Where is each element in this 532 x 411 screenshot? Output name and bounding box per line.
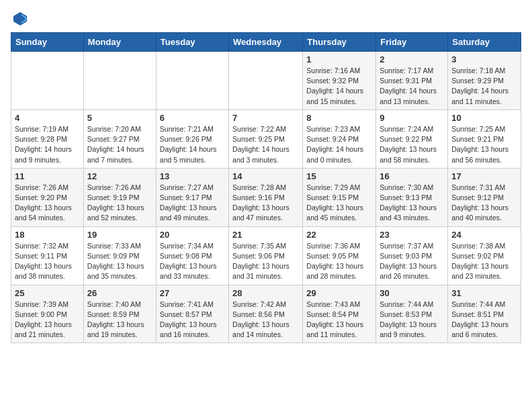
calendar-cell: 22Sunrise: 7:36 AM Sunset: 9:05 PM Dayli…: [303, 226, 376, 285]
day-info: Sunrise: 7:18 AM Sunset: 9:29 PM Dayligh…: [451, 66, 517, 107]
day-info: Sunrise: 7:40 AM Sunset: 8:59 PM Dayligh…: [87, 300, 152, 340]
day-info: Sunrise: 7:19 AM Sunset: 9:28 PM Dayligh…: [15, 124, 80, 165]
day-info: Sunrise: 7:27 AM Sunset: 9:17 PM Dayligh…: [160, 183, 225, 224]
day-info: Sunrise: 7:39 AM Sunset: 9:00 PM Dayligh…: [15, 300, 80, 340]
day-info: Sunrise: 7:24 AM Sunset: 9:22 PM Dayligh…: [380, 124, 444, 165]
day-number: 31: [451, 288, 517, 298]
calendar-cell: 16Sunrise: 7:30 AM Sunset: 9:13 PM Dayli…: [376, 168, 448, 226]
logo-icon: [12, 11, 28, 27]
day-info: Sunrise: 7:16 AM Sunset: 9:32 PM Dayligh…: [306, 66, 372, 107]
logo: [11, 11, 28, 27]
day-number: 11: [15, 171, 80, 181]
calendar-cell: 20Sunrise: 7:34 AM Sunset: 9:08 PM Dayli…: [156, 226, 228, 285]
day-number: 23: [380, 230, 444, 240]
calendar-cell: 19Sunrise: 7:33 AM Sunset: 9:09 PM Dayli…: [83, 226, 156, 285]
day-info: Sunrise: 7:26 AM Sunset: 9:20 PM Dayligh…: [15, 183, 80, 224]
day-number: 6: [160, 113, 225, 123]
calendar-cell: 4Sunrise: 7:19 AM Sunset: 9:28 PM Daylig…: [11, 109, 84, 168]
week-row-3: 18Sunrise: 7:32 AM Sunset: 9:11 PM Dayli…: [11, 226, 521, 285]
calendar-cell: 25Sunrise: 7:39 AM Sunset: 9:00 PM Dayli…: [11, 285, 84, 343]
day-info: Sunrise: 7:38 AM Sunset: 9:02 PM Dayligh…: [451, 241, 517, 282]
day-number: 7: [232, 113, 299, 123]
day-number: 25: [15, 288, 80, 298]
page-header: [11, 11, 521, 27]
calendar-cell: 11Sunrise: 7:26 AM Sunset: 9:20 PM Dayli…: [11, 168, 84, 226]
calendar-cell: 3Sunrise: 7:18 AM Sunset: 9:29 PM Daylig…: [448, 52, 521, 110]
day-info: Sunrise: 7:33 AM Sunset: 9:09 PM Dayligh…: [87, 241, 152, 282]
calendar-cell: 24Sunrise: 7:38 AM Sunset: 9:02 PM Dayli…: [448, 226, 521, 285]
calendar-cell: 29Sunrise: 7:43 AM Sunset: 8:54 PM Dayli…: [303, 285, 376, 343]
day-info: Sunrise: 7:32 AM Sunset: 9:11 PM Dayligh…: [15, 241, 80, 282]
calendar-cell: 10Sunrise: 7:25 AM Sunset: 9:21 PM Dayli…: [448, 109, 521, 168]
day-number: 5: [87, 113, 152, 123]
day-number: 15: [306, 171, 372, 181]
calendar-cell: 1Sunrise: 7:16 AM Sunset: 9:32 PM Daylig…: [303, 52, 376, 110]
header-wednesday: Wednesday: [229, 33, 303, 52]
day-number: 4: [15, 113, 80, 123]
header-thursday: Thursday: [303, 33, 376, 52]
calendar-cell: 7Sunrise: 7:22 AM Sunset: 9:25 PM Daylig…: [229, 109, 303, 168]
day-number: 10: [451, 113, 517, 123]
calendar-cell: 18Sunrise: 7:32 AM Sunset: 9:11 PM Dayli…: [11, 226, 84, 285]
day-number: 2: [380, 54, 444, 64]
calendar-cell: 26Sunrise: 7:40 AM Sunset: 8:59 PM Dayli…: [83, 285, 156, 343]
day-number: 9: [380, 113, 444, 123]
day-info: Sunrise: 7:44 AM Sunset: 8:51 PM Dayligh…: [451, 300, 517, 340]
calendar-cell: 27Sunrise: 7:41 AM Sunset: 8:57 PM Dayli…: [156, 285, 228, 343]
calendar-cell: 14Sunrise: 7:28 AM Sunset: 9:16 PM Dayli…: [229, 168, 303, 226]
day-info: Sunrise: 7:23 AM Sunset: 9:24 PM Dayligh…: [306, 124, 372, 165]
day-number: 20: [160, 230, 225, 240]
day-info: Sunrise: 7:26 AM Sunset: 9:19 PM Dayligh…: [87, 183, 152, 224]
header-friday: Friday: [376, 33, 448, 52]
day-number: 12: [87, 171, 152, 181]
day-number: 22: [306, 230, 372, 240]
week-row-1: 4Sunrise: 7:19 AM Sunset: 9:28 PM Daylig…: [11, 109, 521, 168]
day-info: Sunrise: 7:20 AM Sunset: 9:27 PM Dayligh…: [87, 124, 152, 165]
calendar-table: SundayMondayTuesdayWednesdayThursdayFrid…: [11, 32, 521, 343]
calendar-cell: 13Sunrise: 7:27 AM Sunset: 9:17 PM Dayli…: [156, 168, 228, 226]
calendar-cell: 23Sunrise: 7:37 AM Sunset: 9:03 PM Dayli…: [376, 226, 448, 285]
calendar-cell: [11, 52, 84, 110]
day-info: Sunrise: 7:34 AM Sunset: 9:08 PM Dayligh…: [160, 241, 225, 282]
calendar-cell: 21Sunrise: 7:35 AM Sunset: 9:06 PM Dayli…: [229, 226, 303, 285]
day-number: 28: [232, 288, 299, 298]
calendar-cell: 28Sunrise: 7:42 AM Sunset: 8:56 PM Dayli…: [229, 285, 303, 343]
week-row-2: 11Sunrise: 7:26 AM Sunset: 9:20 PM Dayli…: [11, 168, 521, 226]
day-info: Sunrise: 7:31 AM Sunset: 9:12 PM Dayligh…: [451, 183, 517, 224]
calendar-cell: [229, 52, 303, 110]
day-info: Sunrise: 7:25 AM Sunset: 9:21 PM Dayligh…: [451, 124, 517, 165]
day-info: Sunrise: 7:22 AM Sunset: 9:25 PM Dayligh…: [232, 124, 299, 165]
day-number: 30: [380, 288, 444, 298]
header-saturday: Saturday: [448, 33, 521, 52]
day-info: Sunrise: 7:44 AM Sunset: 8:53 PM Dayligh…: [380, 300, 444, 340]
day-number: 8: [306, 113, 372, 123]
day-info: Sunrise: 7:28 AM Sunset: 9:16 PM Dayligh…: [232, 183, 299, 224]
day-info: Sunrise: 7:35 AM Sunset: 9:06 PM Dayligh…: [232, 241, 299, 282]
calendar-header: SundayMondayTuesdayWednesdayThursdayFrid…: [11, 33, 521, 52]
calendar-cell: 6Sunrise: 7:21 AM Sunset: 9:26 PM Daylig…: [156, 109, 228, 168]
calendar-cell: 17Sunrise: 7:31 AM Sunset: 9:12 PM Dayli…: [448, 168, 521, 226]
day-number: 24: [451, 230, 517, 240]
week-row-0: 1Sunrise: 7:16 AM Sunset: 9:32 PM Daylig…: [11, 52, 521, 110]
header-sunday: Sunday: [11, 33, 84, 52]
day-info: Sunrise: 7:37 AM Sunset: 9:03 PM Dayligh…: [380, 241, 444, 282]
calendar-cell: 8Sunrise: 7:23 AM Sunset: 9:24 PM Daylig…: [303, 109, 376, 168]
day-info: Sunrise: 7:30 AM Sunset: 9:13 PM Dayligh…: [380, 183, 444, 224]
day-number: 1: [306, 54, 372, 64]
day-number: 26: [87, 288, 152, 298]
day-number: 14: [232, 171, 299, 181]
calendar-cell: 5Sunrise: 7:20 AM Sunset: 9:27 PM Daylig…: [83, 109, 156, 168]
day-info: Sunrise: 7:21 AM Sunset: 9:26 PM Dayligh…: [160, 124, 225, 165]
day-info: Sunrise: 7:42 AM Sunset: 8:56 PM Dayligh…: [232, 300, 299, 340]
header-monday: Monday: [83, 33, 156, 52]
day-number: 18: [15, 230, 80, 240]
day-number: 21: [232, 230, 299, 240]
header-tuesday: Tuesday: [156, 33, 228, 52]
header-row: SundayMondayTuesdayWednesdayThursdayFrid…: [11, 33, 521, 52]
day-number: 17: [451, 171, 517, 181]
day-info: Sunrise: 7:36 AM Sunset: 9:05 PM Dayligh…: [306, 241, 372, 282]
day-info: Sunrise: 7:41 AM Sunset: 8:57 PM Dayligh…: [160, 300, 225, 340]
day-info: Sunrise: 7:43 AM Sunset: 8:54 PM Dayligh…: [306, 300, 372, 340]
day-number: 27: [160, 288, 225, 298]
calendar-cell: 12Sunrise: 7:26 AM Sunset: 9:19 PM Dayli…: [83, 168, 156, 226]
